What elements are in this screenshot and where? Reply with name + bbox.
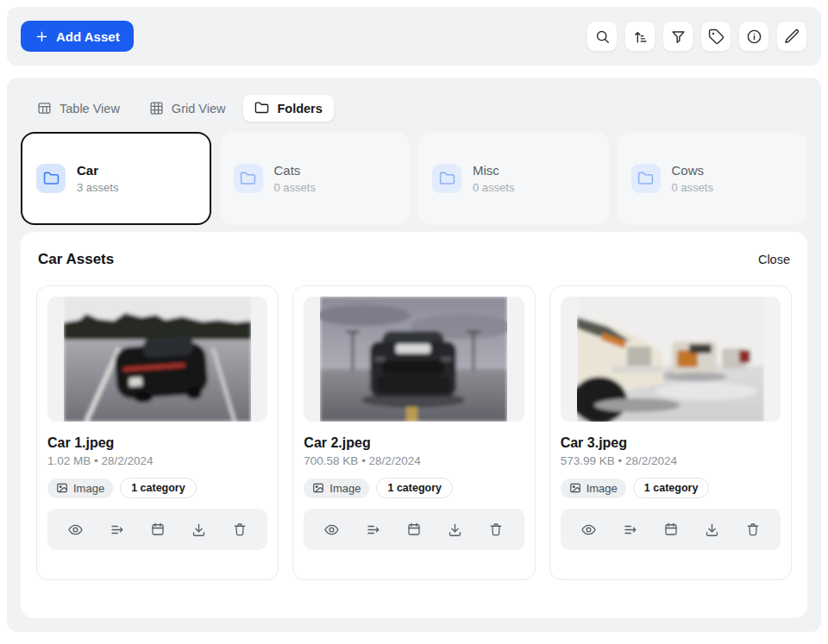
table-icon <box>37 101 52 116</box>
folders-grid: Car 3 assets Cats 0 assets Misc 0 assets <box>21 132 807 225</box>
view-button[interactable] <box>322 520 342 540</box>
folder-name: Misc <box>473 163 514 179</box>
car-1-photo <box>64 297 251 422</box>
move-button[interactable] <box>620 520 640 540</box>
filter-button[interactable] <box>662 21 693 52</box>
asset-badges: Image 1 category <box>47 478 267 498</box>
folder-assets-section: Car Assets Close <box>21 232 807 618</box>
eye-icon <box>67 522 84 538</box>
download-icon <box>191 522 207 538</box>
move-button[interactable] <box>107 520 127 540</box>
category-badge[interactable]: 1 category <box>633 478 710 498</box>
folder-count: 3 assets <box>77 181 118 194</box>
info-button[interactable] <box>738 21 769 52</box>
trash-icon <box>488 522 504 537</box>
asset-filename: Car 1.jpeg <box>47 435 267 451</box>
tab-folders-label: Folders <box>277 102 322 116</box>
tab-grid-view[interactable]: Grid View <box>138 95 237 122</box>
view-button[interactable] <box>66 520 85 540</box>
calendar-icon <box>406 522 422 537</box>
add-asset-button[interactable]: Add Asset <box>21 21 134 52</box>
folder-count: 0 assets <box>274 181 316 194</box>
asset-filename: Car 2.jpeg <box>304 435 524 451</box>
sort-button[interactable] <box>624 21 656 52</box>
calendar-icon <box>150 522 166 537</box>
asset-meta: 700.58 KB • 28/2/2024 <box>304 454 524 467</box>
folder-icon <box>254 101 269 116</box>
type-badge: Image <box>304 478 369 498</box>
trash-icon <box>232 522 248 537</box>
asset-badges: Image 1 category <box>304 478 524 498</box>
asset-thumbnail <box>47 297 267 422</box>
search-button[interactable] <box>586 21 618 52</box>
asset-action-bar <box>47 509 267 550</box>
download-button[interactable] <box>189 520 209 540</box>
delete-button[interactable] <box>486 520 505 539</box>
close-button[interactable]: Close <box>758 253 790 266</box>
schedule-button[interactable] <box>662 520 681 539</box>
tab-table-label: Table View <box>60 102 120 116</box>
folder-icon <box>36 164 66 193</box>
tab-grid-label: Grid View <box>172 102 226 116</box>
move-button[interactable] <box>363 520 383 540</box>
folder-card-cats[interactable]: Cats 0 assets <box>220 132 411 225</box>
type-badge-label: Image <box>73 482 104 495</box>
folder-name: Car <box>77 163 118 179</box>
download-button[interactable] <box>445 520 465 540</box>
sort-ascending-icon <box>632 28 649 45</box>
delete-button[interactable] <box>230 520 249 539</box>
move-to-icon <box>622 522 638 538</box>
view-tabs: Table View Grid View Folders <box>26 95 807 122</box>
trash-icon <box>745 522 761 537</box>
move-to-icon <box>365 522 381 538</box>
asset-action-bar <box>304 509 524 550</box>
schedule-button[interactable] <box>405 520 423 539</box>
assets-grid: Car 1.jpeg 1.02 MB • 28/2/2024 Image 1 c… <box>36 285 792 580</box>
top-toolbar: Add Asset <box>7 7 821 66</box>
category-badge[interactable]: 1 category <box>120 478 197 498</box>
car-2-photo <box>320 297 507 422</box>
category-badge[interactable]: 1 category <box>376 478 453 498</box>
folder-card-cows[interactable]: Cows 0 assets <box>618 132 808 225</box>
tag-icon <box>708 28 724 45</box>
car-3-photo <box>577 297 764 422</box>
assets-header: Car Assets Close <box>36 251 792 268</box>
folder-icon <box>432 164 461 193</box>
schedule-button[interactable] <box>148 520 167 539</box>
delete-button[interactable] <box>743 520 762 539</box>
folder-name: Cats <box>274 163 316 179</box>
tab-folders[interactable]: Folders <box>243 95 333 122</box>
calendar-icon <box>663 522 679 537</box>
download-button[interactable] <box>702 520 722 540</box>
folder-count: 0 assets <box>672 181 713 194</box>
folder-icon <box>234 164 263 193</box>
type-badge: Image <box>561 478 626 498</box>
folder-card-car[interactable]: Car 3 assets <box>21 132 211 225</box>
grid-icon <box>149 101 164 116</box>
asset-card: Car 2.jpeg 700.58 KB • 28/2/2024 Image 1… <box>292 285 535 580</box>
asset-card: Car 3.jpeg 573.99 KB • 28/2/2024 Image 1… <box>549 285 792 580</box>
eye-icon <box>580 522 597 538</box>
info-icon <box>746 28 762 45</box>
edit-button[interactable] <box>776 21 807 52</box>
image-icon <box>312 482 324 494</box>
assets-section-title: Car Assets <box>38 251 114 268</box>
eye-icon <box>323 522 340 538</box>
type-badge-label: Image <box>586 482 618 495</box>
assets-panel: Table View Grid View Folders Car 3 asset… <box>7 78 821 632</box>
asset-thumbnail <box>561 297 781 422</box>
move-to-icon <box>109 522 125 538</box>
asset-filename: Car 3.jpeg <box>561 435 781 451</box>
pencil-icon <box>784 28 800 45</box>
search-icon <box>594 28 611 45</box>
image-icon <box>56 482 68 494</box>
image-icon <box>569 482 581 494</box>
asset-thumbnail <box>304 297 524 422</box>
tag-button[interactable] <box>700 21 731 52</box>
asset-meta: 1.02 MB • 28/2/2024 <box>47 454 267 467</box>
tab-table-view[interactable]: Table View <box>26 95 131 122</box>
view-button[interactable] <box>579 520 599 540</box>
filter-icon <box>670 28 687 45</box>
type-badge-label: Image <box>329 482 361 495</box>
folder-card-misc[interactable]: Misc 0 assets <box>418 132 609 225</box>
